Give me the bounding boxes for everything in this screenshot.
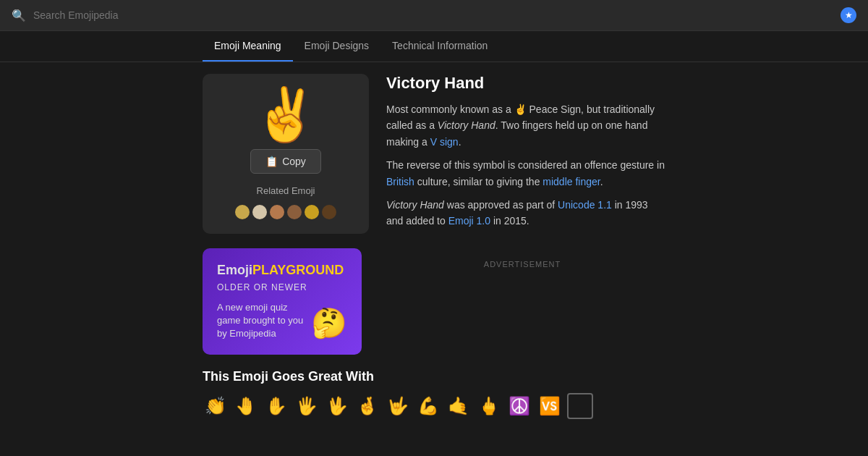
unicode-link[interactable]: Unicode 1.1 — [558, 199, 612, 211]
v-sign-link[interactable]: V sign — [430, 136, 459, 148]
playground-title: EmojiPLAYGROUND — [217, 263, 347, 278]
search-icon: 🔍 — [12, 9, 26, 22]
related-great-3[interactable]: ✋ — [263, 393, 289, 419]
playground-card[interactable]: EmojiPLAYGROUND OLDER OR NEWER A new emo… — [203, 248, 362, 355]
related-emoji-6[interactable] — [322, 205, 336, 219]
copy-button[interactable]: 📋 Copy — [250, 149, 321, 174]
tab-emoji-meaning[interactable]: Emoji Meaning — [203, 31, 293, 62]
right-column: Victory Hand Most commonly known as a ✌️… — [369, 62, 665, 248]
related-emoji-4[interactable] — [287, 205, 302, 219]
related-great-1[interactable]: 👏 — [203, 393, 229, 419]
related-great-7[interactable]: 🤟 — [385, 393, 411, 419]
tab-technical-information[interactable]: Technical Information — [380, 31, 499, 62]
related-emoji-1[interactable] — [235, 205, 250, 219]
tab-emoji-designs[interactable]: Emoji Designs — [293, 31, 380, 62]
british-link[interactable]: British — [386, 176, 414, 187]
related-great-2[interactable]: 🤚 — [233, 393, 259, 419]
description-3: Victory Hand was approved as part of Uni… — [386, 197, 665, 229]
emoji-inline: ✌️ — [514, 104, 527, 115]
star-icon: ★ — [845, 10, 853, 20]
related-great-10[interactable]: 🖕 — [476, 393, 502, 419]
related-great-4[interactable]: 🖐️ — [294, 393, 320, 419]
ad-area: ADVERTISEMENT — [379, 248, 665, 274]
goes-great-section: This Emoji Goes Great With 👏 🤚 ✋ 🖐️ 🖖 🤞 … — [0, 363, 868, 431]
related-great-13[interactable] — [567, 393, 593, 419]
search-bar: 🔍 ★ — [0, 0, 868, 31]
related-great-12[interactable]: 🆚 — [537, 393, 563, 419]
related-emojis — [235, 205, 336, 219]
emoji-version-link[interactable]: Emoji 1.0 — [448, 215, 490, 227]
related-great-8[interactable]: 💪 — [415, 393, 441, 419]
related-great-6[interactable]: 🤞 — [354, 393, 380, 419]
left-column: ✌️ 📋 Copy Related Emoji — [203, 62, 369, 248]
ad-label: ADVERTISEMENT — [379, 260, 665, 269]
related-emoji-label: Related Emoji — [257, 185, 315, 196]
related-emoji-3[interactable] — [270, 205, 284, 219]
related-great-5[interactable]: 🖖 — [324, 393, 350, 419]
description-1: Most commonly known as a ✌️ Peace Sign, … — [386, 101, 665, 150]
search-input[interactable] — [33, 9, 833, 21]
tab-bar: Emoji Meaning Emoji Designs Technical In… — [0, 31, 868, 62]
emoji-title: Victory Hand — [386, 74, 665, 93]
goes-great-strip: 👏 🤚 ✋ 🖐️ 🖖 🤞 🤟 💪 🤙 🖕 ☮️ 🆚 — [203, 393, 665, 419]
related-great-9[interactable]: 🤙 — [446, 393, 472, 419]
related-emoji-2[interactable] — [252, 205, 267, 219]
main-layout: ✌️ 📋 Copy Related Emoji Victory Hand Mos… — [0, 62, 868, 248]
playground-title-prefix: Emoji — [217, 263, 252, 277]
goes-great-title: This Emoji Goes Great With — [203, 369, 665, 384]
playground-subtitle: OLDER OR NEWER — [217, 282, 347, 292]
copy-label: Copy — [282, 156, 306, 167]
playground-title-suffix: PLAYGROUND — [252, 263, 344, 277]
emoji-card: ✌️ 📋 Copy Related Emoji — [203, 74, 369, 234]
playground-description: A new emoji quiz game brought to you by … — [217, 301, 311, 341]
related-great-11[interactable]: ☮️ — [506, 393, 532, 419]
emoji-symbol: ✌️ — [253, 88, 318, 140]
playground-body: A new emoji quiz game brought to you by … — [217, 301, 347, 341]
playground-emoji: 🤔 — [311, 306, 347, 340]
copy-icon: 📋 — [265, 156, 278, 167]
description-2: The reverse of this symbol is considered… — [386, 157, 665, 190]
star-badge: ★ — [841, 7, 856, 23]
related-emoji-5[interactable] — [305, 205, 319, 219]
middle-finger-link[interactable]: middle finger — [542, 176, 600, 187]
